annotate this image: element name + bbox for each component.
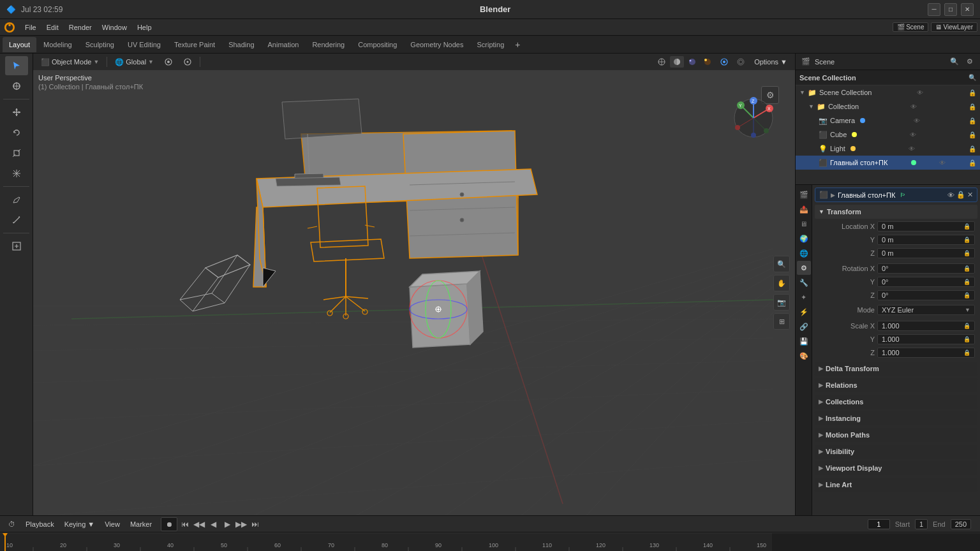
viewport-canvas[interactable]: User Perspective (1) Collection | Главны… xyxy=(33,70,795,515)
annotate-tool-icon[interactable] xyxy=(5,190,28,209)
tab-modeling[interactable]: Modeling xyxy=(37,37,78,52)
object-panel-close[interactable]: ✕ xyxy=(967,191,973,199)
zoom-in-button[interactable]: 🔍 xyxy=(773,256,790,272)
scale-z-field[interactable]: 1.000 🔒 xyxy=(877,348,975,358)
keying-menu[interactable]: Keying ▼ xyxy=(61,519,99,529)
maximize-button[interactable]: □ xyxy=(944,3,957,16)
location-z-lock[interactable]: 🔒 xyxy=(963,250,970,256)
menu-file[interactable]: File xyxy=(20,22,41,33)
scene-collection-eye[interactable]: 👁 xyxy=(917,89,923,96)
visibility-header[interactable]: ▶ Visibility xyxy=(815,444,977,459)
location-x-lock[interactable]: 🔒 xyxy=(963,223,970,230)
props-render-icon[interactable]: 🎬 xyxy=(797,187,811,202)
scale-z-lock[interactable]: 🔒 xyxy=(963,349,970,356)
tab-shading[interactable]: Shading xyxy=(222,37,260,52)
tab-rendering[interactable]: Rendering xyxy=(306,37,351,52)
tab-texture-paint[interactable]: Texture Paint xyxy=(168,37,221,52)
jump-start-btn[interactable]: ⏮ xyxy=(179,518,191,531)
scene-collection-restrict[interactable]: 🔒 xyxy=(969,89,976,96)
add-object-icon[interactable] xyxy=(5,237,28,256)
menu-window[interactable]: Window xyxy=(98,22,131,33)
next-key-btn[interactable]: ▶▶ xyxy=(235,518,248,531)
camera-view-button[interactable]: 📷 xyxy=(773,294,790,311)
start-frame-input[interactable]: 1 xyxy=(915,519,928,529)
camera-restrict[interactable]: 🔒 xyxy=(969,117,976,124)
props-world-icon[interactable]: 🌐 xyxy=(797,246,811,260)
props-constraints-icon[interactable]: 🔗 xyxy=(797,320,811,334)
props-data-icon[interactable]: 💾 xyxy=(797,334,811,348)
options-button[interactable]: Options ▼ xyxy=(750,57,791,67)
props-scene-icon[interactable]: 🌍 xyxy=(797,231,811,246)
instancing-header[interactable]: ▶ Instancing xyxy=(815,411,977,425)
rotation-z-lock[interactable]: 🔒 xyxy=(963,292,970,298)
props-output-icon[interactable]: 📤 xyxy=(797,202,811,216)
tab-sculpting[interactable]: Sculpting xyxy=(79,37,121,52)
rotation-mode-select[interactable]: XYZ Euler ▼ xyxy=(877,305,975,315)
marker-menu[interactable]: Marker xyxy=(126,519,156,529)
scale-y-lock[interactable]: 🔒 xyxy=(963,336,970,342)
rotate-tool-icon[interactable] xyxy=(5,123,28,142)
end-frame-input[interactable]: 250 xyxy=(951,519,971,529)
transform-section-header[interactable]: ▼ Transform xyxy=(815,205,977,219)
outliner-filter-button[interactable]: 🔍 xyxy=(969,74,976,81)
xray-toggle[interactable] xyxy=(734,56,748,68)
material-shading-btn[interactable] xyxy=(685,56,699,68)
camera-eye[interactable]: 👁 xyxy=(914,117,920,124)
location-z-field[interactable]: 0 m 🔒 xyxy=(877,248,975,258)
cube-eye[interactable]: 👁 xyxy=(910,131,916,138)
props-physics-icon[interactable]: ⚡ xyxy=(797,305,811,319)
frame-record-btn[interactable]: ⏺ xyxy=(161,517,177,531)
pan-button[interactable]: ✋ xyxy=(773,275,790,291)
minimize-button[interactable]: ─ xyxy=(928,3,940,16)
object-panel-lock[interactable]: 🔒 xyxy=(956,191,965,199)
location-y-lock[interactable]: 🔒 xyxy=(963,237,970,243)
outliner-main-object[interactable]: ⬛ Главный стол+ПК 👁 🔒 xyxy=(796,156,980,170)
move-tool-icon[interactable] xyxy=(5,103,28,122)
snap-toggle[interactable] xyxy=(160,56,177,68)
props-modifier-icon[interactable]: 🔧 xyxy=(797,276,811,290)
close-button[interactable]: ✕ xyxy=(961,3,974,16)
main-object-eye[interactable]: 👁 xyxy=(939,159,946,166)
props-particles-icon[interactable]: ✦ xyxy=(797,290,811,304)
tab-scripting[interactable]: Scripting xyxy=(470,37,510,52)
outliner-camera[interactable]: 📷 Camera 👁 🔒 xyxy=(796,114,980,128)
outliner-cube[interactable]: ⬛ Cube 👁 🔒 xyxy=(796,128,980,142)
filter-icon[interactable]: 🔍 xyxy=(948,55,961,68)
main-object-restrict[interactable]: 🔒 xyxy=(969,159,976,166)
viewport-3d[interactable]: ⬛ Object Mode ▼ 🌐 Global ▼ xyxy=(33,54,795,515)
playback-menu[interactable]: Playback xyxy=(22,519,58,529)
prev-key-btn[interactable]: ◀ xyxy=(207,518,219,531)
rotation-x-field[interactable]: 0° 🔒 xyxy=(877,263,975,274)
viewport-mode-selector[interactable]: ⬛ Object Mode ▼ xyxy=(37,57,103,68)
scale-tool-icon[interactable] xyxy=(5,143,28,163)
outliner-collection[interactable]: ▼ 📁 Collection 👁 🔒 xyxy=(796,99,980,114)
tab-layout[interactable]: Layout xyxy=(3,37,36,52)
grid-view-button[interactable]: ⊞ xyxy=(773,313,790,330)
transform-tool-icon[interactable] xyxy=(5,164,28,183)
outliner-light[interactable]: 💡 Light 👁 🔒 xyxy=(796,142,980,156)
light-eye[interactable]: 👁 xyxy=(909,145,915,152)
settings-icon[interactable]: ⚙ xyxy=(963,55,976,68)
rotation-y-field[interactable]: 0° 🔒 xyxy=(877,277,975,287)
prev-frame-btn[interactable]: ◀◀ xyxy=(193,518,205,531)
menu-help[interactable]: Help xyxy=(133,22,156,33)
scale-x-lock[interactable]: 🔒 xyxy=(963,323,970,329)
motion-paths-header[interactable]: ▶ Motion Paths xyxy=(815,428,977,442)
rendered-shading-btn[interactable] xyxy=(701,56,715,68)
collections-header[interactable]: ▶ Collections xyxy=(815,395,977,409)
collection-eye[interactable]: 👁 xyxy=(910,103,917,110)
solid-shading-btn[interactable] xyxy=(670,56,684,68)
jump-end-btn[interactable]: ⏭ xyxy=(249,518,262,531)
object-panel-eye[interactable]: 👁 xyxy=(947,191,954,199)
location-x-field[interactable]: 0 m 🔒 xyxy=(877,221,975,231)
timeline-ruler[interactable]: 10 20 30 40 50 60 70 80 90 100 xyxy=(0,533,980,551)
viewport-global-selector[interactable]: 🌐 Global ▼ xyxy=(111,57,158,68)
outliner-scene-collection[interactable]: ▼ 📁 Scene Collection 👁 🔒 xyxy=(796,85,980,99)
line-art-header[interactable]: ▶ Line Art xyxy=(815,478,977,492)
wireframe-shading-btn[interactable] xyxy=(655,56,669,68)
current-frame-input[interactable]: 1 xyxy=(868,519,890,529)
menu-render[interactable]: Render xyxy=(64,22,96,33)
viewport-display-header[interactable]: ▶ Viewport Display xyxy=(815,461,977,475)
location-y-field[interactable]: 0 m 🔒 xyxy=(877,235,975,245)
scene-selector-icon[interactable]: 🎬 xyxy=(799,55,812,68)
